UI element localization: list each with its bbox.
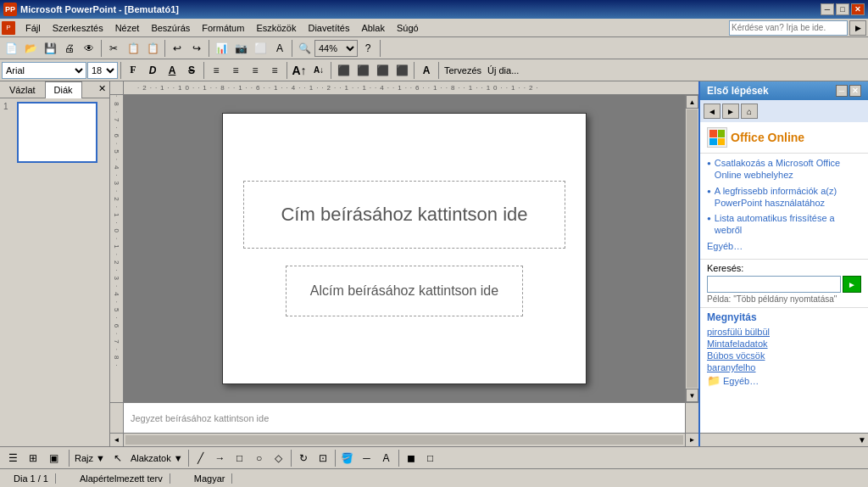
italic-button[interactable]: D [143, 61, 162, 80]
undo-button[interactable]: ↩ [168, 39, 186, 58]
preview-button[interactable]: 👁 [80, 39, 98, 58]
maximize-button[interactable]: □ [836, 3, 849, 15]
panel-search-input[interactable] [707, 276, 841, 293]
menu-edit[interactable]: Szerkesztés [47, 20, 108, 36]
cut-button[interactable]: ✂ [104, 39, 123, 58]
nav-forward-button[interactable]: ► [722, 104, 739, 119]
insert-shape-button[interactable]: ⬜ [251, 39, 270, 58]
menu-insert[interactable]: Beszúrás [146, 20, 195, 36]
design-button[interactable]: Tervezés [442, 65, 484, 76]
zoom-out-button[interactable]: 🔍 [295, 39, 314, 58]
line-tool[interactable]: ╱ [192, 449, 210, 467]
menu-file[interactable]: Fájl [20, 20, 46, 36]
insert-image-button[interactable]: 📷 [231, 39, 250, 58]
help-icon-button[interactable]: ? [359, 39, 377, 58]
menu-window[interactable]: Ablak [356, 20, 390, 36]
new-slide-button[interactable]: Új dia... [485, 65, 521, 76]
menu-help[interactable]: Súgó [392, 20, 424, 36]
zoom-select[interactable]: 44% 50% 75% 100% [314, 40, 358, 57]
scroll-left-button[interactable]: ◄ [110, 434, 124, 446]
open-file-4[interactable]: baranyfelho [707, 362, 861, 372]
open-file-2[interactable]: Mintafeladatok [707, 339, 861, 349]
copy-button[interactable]: 📋 [124, 39, 142, 58]
panel-scrollbar[interactable]: ▼ [700, 433, 868, 446]
vertical-scrollbar[interactable]: ▲ ▼ [685, 95, 698, 402]
panel-close-button[interactable]: ✕ [849, 85, 861, 97]
menu-view[interactable]: Nézet [110, 20, 145, 36]
align-buttons-4[interactable]: ⬛ [392, 61, 411, 80]
bold-button[interactable]: F [124, 61, 142, 80]
draw-icon-button[interactable]: ↖ [108, 449, 127, 467]
redo-button[interactable]: ↪ [187, 39, 206, 58]
align-buttons[interactable]: ⬛ [334, 61, 353, 80]
open-button[interactable]: 📂 [21, 39, 40, 58]
panel-egyeb-link[interactable]: Egyéb… [707, 240, 861, 252]
minimize-button[interactable]: ─ [821, 3, 834, 15]
group-tool[interactable]: ⊡ [314, 449, 332, 467]
menu-tools[interactable]: Eszközök [251, 20, 301, 36]
panel-link-1[interactable]: ● Csatlakozás a Microsoft Office Online … [707, 157, 861, 182]
nav-back-button[interactable]: ◄ [704, 104, 721, 119]
view-outline-button[interactable]: ⊞ [24, 449, 42, 467]
menu-format[interactable]: Formátum [197, 20, 249, 36]
scroll-down-arrow[interactable]: ▼ [858, 435, 866, 445]
open-file-1[interactable]: pirosfülü bülbül [707, 327, 861, 337]
scroll-up-button[interactable]: ▲ [686, 95, 698, 109]
strikethrough-button[interactable]: S [182, 61, 201, 80]
view-normal-button[interactable]: ☰ [3, 449, 22, 467]
fill-color-button[interactable]: 🪣 [338, 449, 357, 467]
underline-button[interactable]: A [163, 61, 181, 80]
scroll-right-button[interactable]: ► [685, 434, 698, 446]
help-search-input[interactable] [729, 20, 848, 36]
line-color-button[interactable]: ─ [358, 449, 376, 467]
font-size-select[interactable]: 18 [87, 62, 118, 79]
draw-button[interactable]: Rajz ▼ [72, 453, 108, 463]
decrease-font-button[interactable]: A↓ [309, 61, 328, 80]
notes-area[interactable]: Jegyzet beírásához kattintson ide [124, 402, 685, 433]
new-button[interactable]: 📄 [2, 39, 20, 58]
shapes-button[interactable]: Alakzatok ▼ [128, 453, 186, 463]
shadow-button[interactable]: ◼ [402, 449, 420, 467]
oval-tool[interactable]: ○ [250, 449, 269, 467]
panel-search-go-button[interactable]: ► [843, 276, 861, 293]
rect-tool[interactable]: □ [231, 449, 249, 467]
menu-slideshow[interactable]: Diavetítés [303, 20, 354, 36]
save-button[interactable]: 💾 [41, 39, 59, 58]
panel-close-button[interactable]: ✕ [95, 81, 109, 98]
increase-font-button[interactable]: A↑ [290, 61, 309, 80]
align-buttons-2[interactable]: ⬛ [353, 61, 372, 80]
insert-table-button[interactable]: 📊 [212, 39, 231, 58]
align-left-button[interactable]: ≡ [207, 61, 225, 80]
tab-vazlat[interactable]: Vázlat [0, 81, 45, 98]
scroll-down-button[interactable]: ▼ [686, 389, 698, 402]
align-right-button[interactable]: ≡ [246, 61, 264, 80]
font-color-btn[interactable]: A [377, 449, 396, 467]
slide-title-placeholder[interactable]: Cím beírásához kattintson ide [243, 181, 565, 249]
font-select[interactable]: Arial [2, 62, 86, 79]
3d-button[interactable]: □ [421, 449, 440, 467]
align-buttons-3[interactable]: ⬛ [373, 61, 392, 80]
align-justify-button[interactable]: ≡ [265, 61, 284, 80]
rotate-tool[interactable]: ↻ [294, 449, 313, 467]
flowchart-tool[interactable]: ◇ [270, 449, 288, 467]
scroll-thumb[interactable] [687, 109, 698, 388]
panel-minimize-button[interactable]: ─ [836, 85, 848, 97]
slide-thumbnail[interactable] [17, 102, 97, 163]
arrow-tool[interactable]: → [211, 449, 230, 467]
h-scroll-thumb[interactable] [125, 435, 683, 445]
print-button[interactable]: 🖨 [60, 39, 79, 58]
tab-diak[interactable]: Diák [45, 81, 82, 98]
open-file-3[interactable]: Búbos vöcsök [707, 350, 861, 361]
insert-textbox-button[interactable]: A [270, 39, 289, 58]
panel-link-2[interactable]: ● A legfrissebb információk a(z) PowerPo… [707, 185, 861, 210]
help-search-button[interactable]: ▶ [849, 20, 866, 36]
font-color-button[interactable]: A [417, 61, 436, 80]
panel-link-3[interactable]: ● Lista automatikus frissítése a webről [707, 212, 861, 237]
view-slide-button[interactable]: ▣ [44, 449, 63, 467]
slide-subtitle-placeholder[interactable]: Alcím beírásához kattintson ide [286, 266, 523, 316]
nav-home-button[interactable]: ⌂ [741, 104, 758, 119]
close-button[interactable]: ✕ [851, 3, 865, 15]
slide-viewport[interactable]: Cím beírásához kattintson ide Alcím beír… [124, 95, 685, 402]
align-center-button[interactable]: ≡ [226, 61, 245, 80]
open-folder-link[interactable]: 📁 Egyéb… [707, 374, 861, 387]
